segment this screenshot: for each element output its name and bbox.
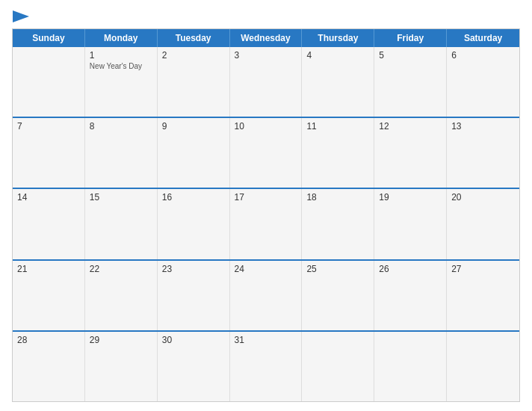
day-header-friday: Friday bbox=[374, 29, 447, 47]
day-cell: 31 bbox=[230, 332, 303, 401]
day-cell: 8 bbox=[85, 118, 158, 188]
day-header-thursday: Thursday bbox=[302, 29, 374, 47]
day-cell: 26 bbox=[374, 261, 447, 330]
day-number: 3 bbox=[235, 50, 297, 61]
day-cell: 28 bbox=[13, 332, 85, 401]
svg-marker-0 bbox=[13, 10, 29, 22]
holiday-label: New Year's Day bbox=[90, 62, 152, 71]
day-cell: 9 bbox=[158, 118, 230, 188]
day-number: 6 bbox=[451, 50, 515, 61]
day-number: 30 bbox=[162, 335, 225, 345]
day-headers-row: SundayMondayTuesdayWednesdayThursdayFrid… bbox=[13, 29, 519, 47]
day-number: 21 bbox=[17, 264, 80, 274]
day-number: 20 bbox=[451, 192, 515, 203]
week-row: 78910111213 bbox=[13, 117, 519, 188]
day-header-wednesday: Wednesday bbox=[230, 29, 303, 47]
day-cell: 29 bbox=[85, 332, 158, 401]
day-number: 11 bbox=[306, 121, 369, 132]
day-number: 24 bbox=[235, 264, 297, 274]
day-cell: 11 bbox=[302, 118, 374, 188]
week-row: 21222324252627 bbox=[13, 259, 519, 330]
calendar: SundayMondayTuesdayWednesdayThursdayFrid… bbox=[12, 28, 520, 402]
day-number: 22 bbox=[90, 264, 152, 274]
day-cell: 7 bbox=[13, 118, 85, 188]
day-cell: 22 bbox=[85, 261, 158, 330]
logo-text bbox=[12, 9, 30, 22]
day-number: 9 bbox=[162, 121, 225, 132]
day-cell: 23 bbox=[158, 261, 230, 330]
day-cell: 30 bbox=[158, 332, 230, 401]
day-header-monday: Monday bbox=[85, 29, 158, 47]
day-number: 18 bbox=[306, 192, 369, 203]
day-cell: 15 bbox=[85, 189, 158, 259]
day-cell bbox=[447, 332, 519, 401]
day-number: 5 bbox=[379, 50, 442, 61]
day-cell: 27 bbox=[447, 261, 519, 330]
day-number: 10 bbox=[235, 121, 297, 132]
day-number: 8 bbox=[90, 121, 152, 132]
day-cell: 21 bbox=[13, 261, 85, 330]
day-number: 12 bbox=[379, 121, 442, 132]
day-cell: 24 bbox=[230, 261, 303, 330]
day-number: 17 bbox=[235, 192, 297, 203]
day-number: 16 bbox=[162, 192, 225, 203]
day-cell: 18 bbox=[302, 189, 374, 259]
day-cell: 14 bbox=[13, 189, 85, 259]
day-number: 1 bbox=[90, 50, 152, 61]
day-cell: 6 bbox=[447, 47, 519, 117]
day-header-sunday: Sunday bbox=[13, 29, 85, 47]
day-number: 27 bbox=[451, 264, 515, 274]
day-number: 7 bbox=[17, 121, 80, 132]
day-number: 23 bbox=[162, 264, 225, 274]
day-number: 29 bbox=[90, 335, 152, 345]
day-number: 15 bbox=[90, 192, 152, 203]
calendar-page: SundayMondayTuesdayWednesdayThursdayFrid… bbox=[0, 0, 532, 411]
header bbox=[12, 9, 520, 22]
day-number: 4 bbox=[306, 50, 369, 61]
day-number: 13 bbox=[451, 121, 515, 132]
day-cell bbox=[13, 47, 85, 117]
day-cell bbox=[302, 332, 374, 401]
week-row: 1New Year's Day23456 bbox=[13, 47, 519, 117]
day-cell: 17 bbox=[230, 189, 303, 259]
day-cell: 16 bbox=[158, 189, 230, 259]
day-cell: 3 bbox=[230, 47, 303, 117]
day-cell: 13 bbox=[447, 118, 519, 188]
day-cell bbox=[374, 332, 447, 401]
logo bbox=[12, 9, 30, 22]
day-number: 28 bbox=[17, 335, 80, 345]
day-cell: 19 bbox=[374, 189, 447, 259]
day-cell: 1New Year's Day bbox=[85, 47, 158, 117]
day-number: 26 bbox=[379, 264, 442, 274]
weeks-container: 1New Year's Day2345678910111213141516171… bbox=[13, 47, 519, 401]
day-cell: 2 bbox=[158, 47, 230, 117]
day-cell: 12 bbox=[374, 118, 447, 188]
week-row: 14151617181920 bbox=[13, 188, 519, 259]
day-header-tuesday: Tuesday bbox=[158, 29, 230, 47]
logo-flag-icon bbox=[13, 10, 29, 22]
day-header-saturday: Saturday bbox=[447, 29, 519, 47]
day-cell: 4 bbox=[302, 47, 374, 117]
day-cell: 5 bbox=[374, 47, 447, 117]
day-cell: 10 bbox=[230, 118, 303, 188]
day-number: 2 bbox=[162, 50, 225, 61]
day-number: 31 bbox=[235, 335, 297, 345]
day-cell: 25 bbox=[302, 261, 374, 330]
day-number: 19 bbox=[379, 192, 442, 203]
day-number: 14 bbox=[17, 192, 80, 203]
week-row: 28293031 bbox=[13, 330, 519, 401]
day-number: 25 bbox=[306, 264, 369, 274]
day-cell: 20 bbox=[447, 189, 519, 259]
